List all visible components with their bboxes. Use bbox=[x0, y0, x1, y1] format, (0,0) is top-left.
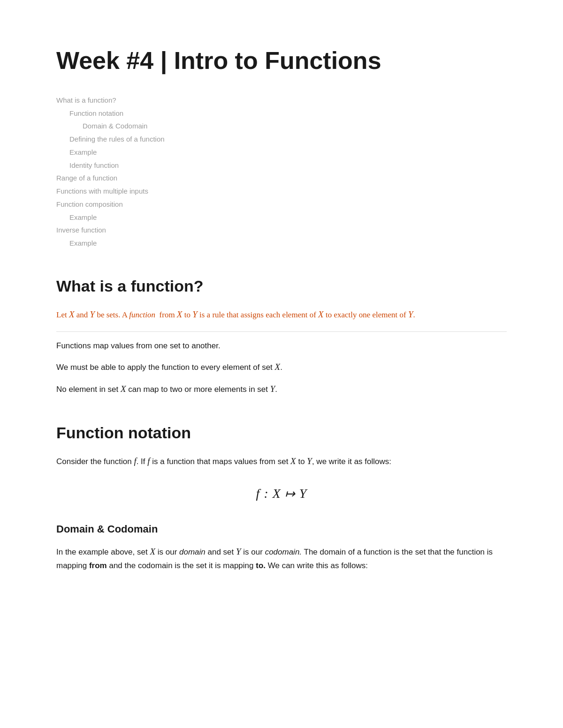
toc-item-what-is-function[interactable]: What is a function? bbox=[56, 94, 507, 107]
section-function-notation: Function notation Consider the function … bbox=[56, 420, 507, 504]
section-what-is-function: What is a function? Let X and Y be sets.… bbox=[56, 273, 507, 397]
toc-item-example3[interactable]: Example bbox=[69, 237, 507, 250]
math-Y-inline: Y bbox=[270, 384, 275, 394]
math-Y2: Y bbox=[192, 309, 198, 319]
definition-block: Let X and Y be sets. A function from X t… bbox=[56, 307, 507, 332]
point-3: No element in set X can map to two or mo… bbox=[56, 382, 507, 397]
math-Y3: Y bbox=[408, 309, 413, 319]
bold-to: to. bbox=[256, 561, 266, 570]
section-domain-codomain: Domain & Codomain In the example above, … bbox=[56, 521, 507, 572]
math-X-inline2: X bbox=[121, 384, 126, 394]
italic-codomain: codomain. bbox=[265, 548, 302, 556]
italic-function: function bbox=[129, 310, 155, 319]
table-of-contents: What is a function? Function notation Do… bbox=[56, 94, 507, 250]
bold-from: from bbox=[89, 561, 107, 570]
math-f2: f bbox=[147, 456, 150, 466]
function-notation-intro: Consider the function f. If f is a funct… bbox=[56, 454, 507, 469]
math-X5: X bbox=[150, 547, 155, 556]
toc-item-multiple-inputs[interactable]: Functions with multiple inputs bbox=[56, 185, 507, 198]
section-heading-domain-codomain: Domain & Codomain bbox=[56, 521, 507, 537]
point-2: We must be able to apply the function to… bbox=[56, 360, 507, 375]
math-X4: X bbox=[290, 456, 296, 466]
toc-item-example1[interactable]: Example bbox=[69, 146, 507, 159]
math-Y1: Y bbox=[90, 309, 95, 319]
domain-codomain-body: In the example above, set X is our domai… bbox=[56, 544, 507, 573]
toc-item-domain-codomain[interactable]: Domain & Codomain bbox=[83, 120, 507, 133]
toc-item-function-notation[interactable]: Function notation bbox=[69, 107, 507, 120]
page-title: Week #4 | Intro to Functions bbox=[56, 47, 507, 75]
math-X-inline: X bbox=[275, 362, 281, 372]
math-X2: X bbox=[177, 309, 183, 319]
point-1: Functions map values from one set to ano… bbox=[56, 339, 507, 353]
math-Y5: Y bbox=[236, 547, 241, 556]
toc-item-defining-rules[interactable]: Defining the rules of a function bbox=[69, 133, 507, 146]
math-Y4: Y bbox=[307, 456, 312, 466]
section-heading-function-notation: Function notation bbox=[56, 420, 507, 445]
italic-domain: domain bbox=[179, 548, 205, 556]
toc-item-range[interactable]: Range of a function bbox=[56, 172, 507, 185]
toc-item-inverse[interactable]: Inverse function bbox=[56, 224, 507, 237]
toc-item-composition[interactable]: Function composition bbox=[56, 198, 507, 211]
math-formula-display: f : X ↦ Y bbox=[56, 483, 507, 504]
toc-item-identity-function[interactable]: Identity function bbox=[69, 159, 507, 172]
math-f1: f bbox=[134, 456, 136, 466]
toc-item-example2[interactable]: Example bbox=[69, 211, 507, 224]
section-heading-what-is-function: What is a function? bbox=[56, 273, 507, 299]
math-X1: X bbox=[69, 309, 75, 319]
math-X3: X bbox=[318, 309, 324, 319]
